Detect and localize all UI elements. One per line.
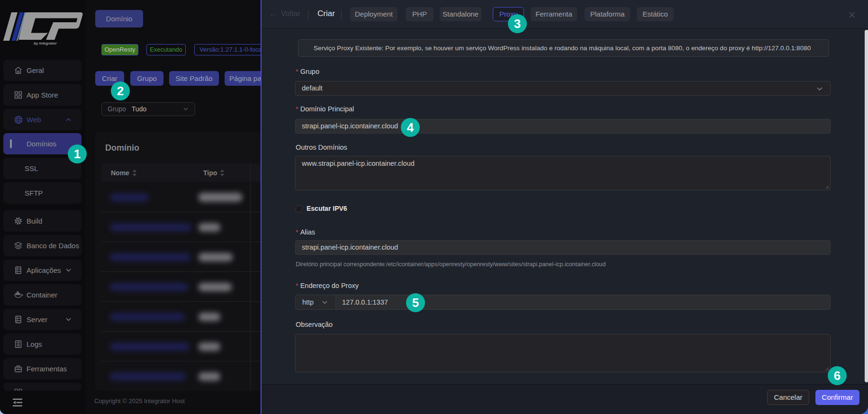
svg-text:by integrator: by integrator <box>34 41 57 45</box>
